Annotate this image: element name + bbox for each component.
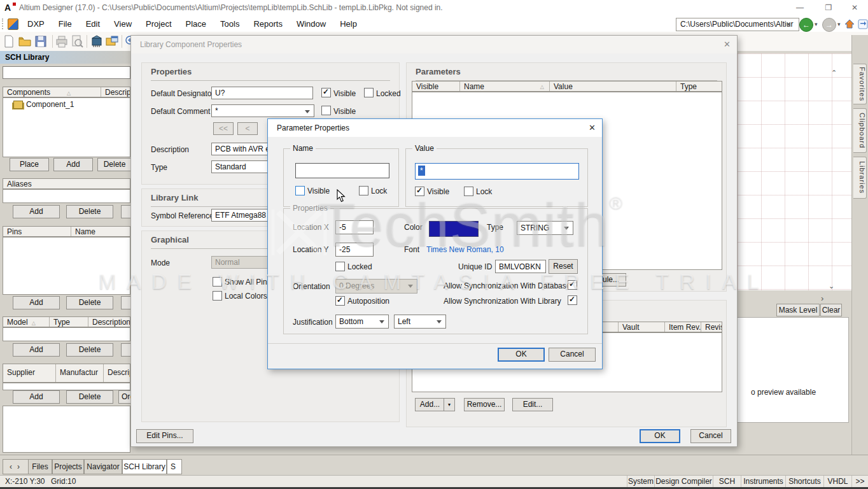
delete-component-button[interactable]: Delete: [97, 158, 132, 171]
sync-icon[interactable]: [858, 18, 868, 32]
tab-libraries[interactable]: Libraries: [853, 157, 867, 199]
param-visible-column[interactable]: Visible: [412, 82, 460, 91]
home-icon[interactable]: [844, 18, 855, 32]
param-type-column[interactable]: Type: [676, 82, 722, 91]
name-visible-checkbox[interactable]: [295, 186, 305, 195]
menu-place[interactable]: Place: [179, 16, 214, 32]
open-folder-icon[interactable]: [18, 34, 32, 48]
model-column-header[interactable]: Model△: [3, 317, 50, 327]
param-name-column[interactable]: Name△: [460, 82, 550, 91]
pins-column-header[interactable]: Pins: [3, 227, 71, 236]
justification-horizontal-dropdown[interactable]: Left: [394, 315, 446, 329]
nav-first-button[interactable]: <<: [213, 122, 234, 135]
address-dropdown-icon[interactable]: ▾: [787, 21, 790, 27]
pin-name-column-header[interactable]: Name: [71, 227, 130, 236]
components-list-header[interactable]: Components△ Description: [3, 87, 130, 97]
pins-list-header[interactable]: Pins Name: [3, 226, 130, 237]
menu-project[interactable]: Project: [139, 16, 178, 32]
new-document-icon[interactable]: [3, 34, 17, 48]
clear-button[interactable]: Clear: [820, 304, 842, 316]
remove-model-button[interactable]: Remove...: [464, 398, 505, 411]
edit-pins-button[interactable]: Edit Pins...: [136, 429, 193, 443]
library-dialog-titlebar[interactable]: Library Component Properties ✕: [131, 36, 737, 53]
model-type-column-header[interactable]: Type: [50, 317, 88, 327]
status-design-compiler-button[interactable]: Design Compiler: [654, 476, 713, 488]
item-rev-column[interactable]: Item Rev...: [665, 322, 701, 332]
library-dialog-cancel-button[interactable]: Cancel: [690, 429, 731, 443]
tab-projects[interactable]: Projects: [52, 459, 84, 474]
tab-clipped[interactable]: S: [167, 459, 182, 474]
supplier-list[interactable]: [3, 383, 130, 390]
components-list[interactable]: Component_1: [3, 97, 130, 157]
justification-vertical-dropdown[interactable]: Bottom: [335, 315, 389, 329]
tab-favorites[interactable]: Favorites: [853, 64, 867, 104]
param-locked-checkbox[interactable]: [335, 262, 345, 271]
param-value-column[interactable]: Value: [550, 82, 676, 91]
param-type-dropdown[interactable]: STRING: [517, 221, 573, 235]
schematic-canvas[interactable]: [737, 53, 852, 290]
scroll-up-icon[interactable]: ⌃: [831, 69, 837, 77]
add-model-button[interactable]: Add...: [415, 398, 445, 411]
mask-level-button[interactable]: Mask Level: [776, 304, 820, 316]
forward-dropdown-icon[interactable]: ▾: [837, 21, 841, 27]
component-chip-icon[interactable]: [90, 34, 104, 48]
menu-tools[interactable]: Tools: [213, 16, 246, 32]
menu-view[interactable]: View: [107, 16, 139, 32]
param-color-swatch[interactable]: [429, 221, 479, 237]
tab-navigator[interactable]: Navigator: [84, 459, 122, 474]
supplier-list-header[interactable]: Supplier Manufactur Descripti: [3, 364, 130, 383]
reset-button[interactable]: Reset: [549, 259, 578, 274]
edit-model-button[interactable]: Edit...: [512, 398, 553, 411]
tab-sch-library[interactable]: SCH Library: [122, 459, 167, 474]
supplier-column-header[interactable]: Supplier: [3, 364, 56, 382]
forward-button[interactable]: →: [822, 18, 836, 32]
add-pin-button[interactable]: Add: [13, 296, 60, 309]
library-dialog-close-icon[interactable]: ✕: [724, 36, 731, 53]
components-column-header[interactable]: Components△: [3, 87, 101, 97]
parameter-value-input[interactable]: *: [415, 163, 579, 180]
back-dropdown-icon[interactable]: ▾: [815, 21, 818, 27]
font-link[interactable]: Times New Roman, 10: [426, 245, 504, 254]
expand-right-icon[interactable]: ›: [821, 294, 823, 303]
revision-column[interactable]: Revision...: [701, 322, 722, 332]
param-dialog-titlebar[interactable]: Parameter Properties ✕: [268, 119, 602, 137]
close-button[interactable]: ✕: [844, 0, 865, 16]
folder-window-icon[interactable]: [105, 34, 119, 48]
orientation-dropdown[interactable]: 0 Degrees: [335, 279, 417, 294]
parameter-name-input[interactable]: [295, 163, 389, 178]
address-input[interactable]: C:\Users\Public\Documents\Altiur: [676, 18, 799, 31]
tab-files[interactable]: Files: [28, 459, 52, 474]
designator-locked-checkbox[interactable]: [364, 88, 374, 97]
manufacturer-column-header[interactable]: Manufactur: [56, 364, 104, 382]
nav-previous-button[interactable]: <: [237, 122, 258, 135]
menu-dxp[interactable]: DXP: [20, 16, 52, 32]
aliases-list[interactable]: [3, 189, 130, 203]
name-lock-checkbox[interactable]: [359, 186, 368, 195]
library-dialog-ok-button[interactable]: OK: [640, 429, 680, 443]
param-dialog-close-icon[interactable]: ✕: [589, 119, 596, 137]
status-vhdl-button[interactable]: VHDL: [823, 476, 851, 488]
scroll-down-icon[interactable]: ⌄: [829, 282, 834, 290]
parameters-table-header[interactable]: Visible Name△ Value Type: [412, 81, 722, 92]
value-lock-checkbox[interactable]: [464, 187, 473, 196]
place-button[interactable]: Place: [10, 158, 49, 171]
model-list[interactable]: [3, 327, 130, 341]
add-model-dropdown-icon[interactable]: ▾: [444, 398, 455, 411]
designator-visible-checkbox[interactable]: [321, 88, 331, 97]
vault-column[interactable]: Vault: [619, 322, 665, 332]
component-filter-input[interactable]: [3, 66, 130, 79]
status-system-button[interactable]: System: [627, 476, 654, 488]
status-shortcuts-button[interactable]: Shortcuts: [785, 476, 823, 488]
model-description-column-header[interactable]: Description: [88, 317, 130, 327]
comment-visible-checkbox[interactable]: [321, 106, 331, 115]
autoposition-checkbox[interactable]: [335, 296, 345, 306]
tab-clipboard[interactable]: Clipboard: [853, 108, 867, 153]
delete-supplier-button[interactable]: Delete: [66, 390, 113, 404]
delete-pin-button[interactable]: Delete: [66, 296, 113, 309]
supplier-description-column-header[interactable]: Descripti: [104, 364, 130, 382]
location-y-input[interactable]: [335, 243, 374, 257]
add-as-rule-button[interactable]: ule...: [600, 273, 626, 287]
menu-window[interactable]: Window: [290, 16, 333, 32]
menu-help[interactable]: Help: [333, 16, 364, 32]
bottom-list[interactable]: [3, 406, 130, 453]
